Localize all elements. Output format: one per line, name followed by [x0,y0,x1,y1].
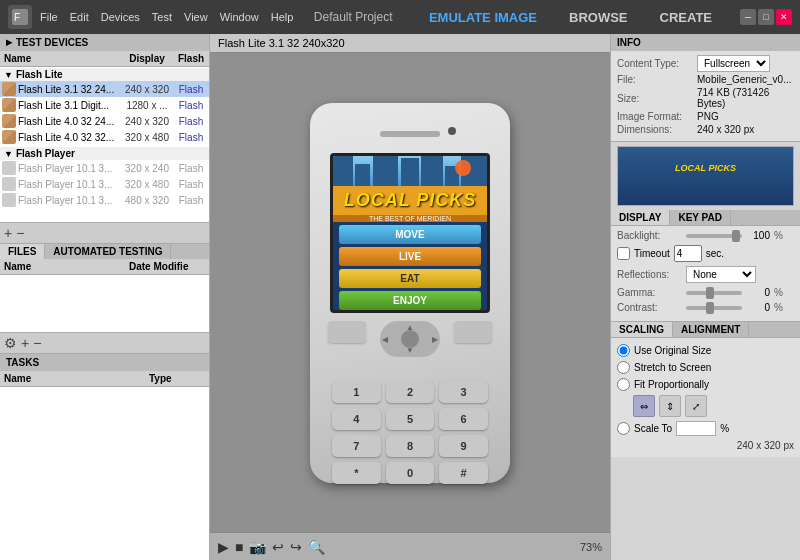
size-row: Size: 714 KB (731426 Bytes) [617,87,794,109]
zoom-out-button[interactable]: 🔍 [308,539,325,555]
flash-player-group-label[interactable]: ▼ Flash Player [0,147,209,160]
device-icon [2,130,16,144]
file-value: Mobile_Generic_v0... [697,74,794,85]
svg-text:F: F [14,12,20,23]
device-item-fl32-240[interactable]: Flash Lite 3.1 32 24... 240 x 320 Flash [0,81,209,97]
key-6[interactable]: 6 [439,408,488,430]
device-flash: Flash [173,84,209,95]
menu-edit[interactable]: Edit [70,11,89,23]
radio-original-input[interactable] [617,344,630,357]
radio-proportional[interactable]: Fit Proportionally [617,378,794,391]
contrast-slider[interactable] [686,306,742,310]
tab-keypad[interactable]: KEY PAD [670,210,731,225]
app-btn-enjoy[interactable]: ENJOY [339,291,481,310]
files-section: FILES AUTOMATED TESTING Name Date Modifi… [0,244,209,354]
app-btn-live[interactable]: LIVE [339,247,481,266]
contrast-thumb[interactable] [706,302,714,314]
nav-dpad[interactable]: ▲ ▼ ◀ ▶ [380,321,440,357]
maximize-button[interactable]: □ [758,9,774,25]
tab-files[interactable]: FILES [0,244,45,259]
gamma-thumb[interactable] [706,287,714,299]
device-display: 320 x 240 [121,163,173,174]
play-button[interactable]: ▶ [218,539,229,555]
device-item-fl40-320[interactable]: Flash Lite 4.0 32 32... 320 x 480 Flash [0,129,209,145]
menu-file[interactable]: File [40,11,58,23]
menu-view[interactable]: View [184,11,208,23]
key-9[interactable]: 9 [439,435,488,457]
tab-display[interactable]: DISPLAY [611,210,670,225]
redo-button[interactable]: ↪ [290,539,302,555]
softkey-left[interactable] [328,321,366,343]
files-remove-button[interactable]: − [33,335,41,351]
tab-alignment[interactable]: ALIGNMENT [673,322,749,337]
scale-icon-buttons: ⇔ ⇕ ⤢ [633,395,794,417]
undo-button[interactable]: ↩ [272,539,284,555]
scale-icon-fit-both[interactable]: ⤢ [685,395,707,417]
key-1[interactable]: 1 [332,381,381,403]
files-add-button[interactable]: + [21,335,29,351]
radio-stretch-input[interactable] [617,361,630,374]
create-button[interactable]: CREATE [644,6,728,29]
gamma-unit: % [774,287,794,298]
device-item-fp101-480[interactable]: Flash Player 10.1 3... 320 x 480 Flash [0,176,209,192]
minimize-button[interactable]: ─ [740,9,756,25]
menu-devices[interactable]: Devices [101,11,140,23]
scale-to-input[interactable] [676,421,716,436]
softkey-right[interactable] [454,321,492,343]
scaling-tabs: SCALING ALIGNMENT [611,322,800,338]
device-item-fl40-240[interactable]: Flash Lite 4.0 32 24... 240 x 320 Flash [0,113,209,129]
tab-scaling[interactable]: SCALING [611,322,673,337]
backlight-thumb[interactable] [732,230,740,242]
menu-window[interactable]: Window [220,11,259,23]
flash-lite-group-label[interactable]: ▼ Flash Lite [0,68,209,81]
tree-header: Name Display Flash [0,51,209,67]
device-item-fl31-digi[interactable]: Flash Lite 3.1 Digit... 1280 x ... Flash [0,97,209,113]
key-8[interactable]: 8 [386,435,435,457]
gamma-label: Gamma: [617,287,682,298]
key-star[interactable]: * [332,462,381,484]
tab-automated-testing[interactable]: AUTOMATED TESTING [45,244,171,259]
scale-to-row: Scale To % [617,421,794,436]
gamma-slider[interactable] [686,291,742,295]
browse-button[interactable]: BROWSE [553,6,644,29]
add-device-button[interactable]: + [4,225,12,241]
radio-stretch[interactable]: Stretch to Screen [617,361,794,374]
left-panel: ▶ TEST DEVICES Name Display Flash ▼ Flas… [0,34,210,560]
app-btn-move[interactable]: MOVE [339,225,481,244]
stop-button[interactable]: ■ [235,539,243,555]
radio-scale-to-input[interactable] [617,422,630,435]
device-item-fp101-480-2[interactable]: Flash Player 10.1 3... 480 x 320 Flash [0,192,209,208]
device-flash: Flash [173,163,209,174]
key-4[interactable]: 4 [332,408,381,430]
files-tabs: FILES AUTOMATED TESTING [0,244,209,259]
files-settings-button[interactable]: ⚙ [4,335,17,351]
app-icon: F [8,5,32,29]
key-hash[interactable]: # [439,462,488,484]
key-2[interactable]: 2 [386,381,435,403]
remove-device-button[interactable]: − [16,225,24,241]
emulate-image-button[interactable]: EMULATE IMAGE [413,6,553,29]
key-5[interactable]: 5 [386,408,435,430]
radio-proportional-input[interactable] [617,378,630,391]
timeout-input[interactable] [674,245,702,262]
key-3[interactable]: 3 [439,381,488,403]
nav-down: ▼ [406,346,414,355]
menu-help[interactable]: Help [271,11,294,23]
reflections-select[interactable]: None [686,266,756,283]
scale-icon-fit-width[interactable]: ⇔ [633,395,655,417]
radio-original-size[interactable]: Use Original Size [617,344,794,357]
app-btn-eat[interactable]: EAT [339,269,481,288]
device-flash: Flash [173,195,209,206]
menu-test[interactable]: Test [152,11,172,23]
key-0[interactable]: 0 [386,462,435,484]
key-7[interactable]: 7 [332,435,381,457]
backlight-slider[interactable] [686,234,742,238]
content-type-select[interactable]: Fullscreen [697,55,770,72]
screenshot-button[interactable]: 📷 [249,539,266,555]
scale-icon-fit-height[interactable]: ⇕ [659,395,681,417]
device-item-fp101-320[interactable]: Flash Player 10.1 3... 320 x 240 Flash [0,160,209,176]
close-button[interactable]: ✕ [776,9,792,25]
timeout-checkbox[interactable] [617,247,630,260]
device-tab-label: Flash Lite 3.1 32 240x320 [218,37,345,49]
phone-container: LOCAL PICKS THE BEST OF MERIDIEN MOVE LI… [310,103,510,483]
